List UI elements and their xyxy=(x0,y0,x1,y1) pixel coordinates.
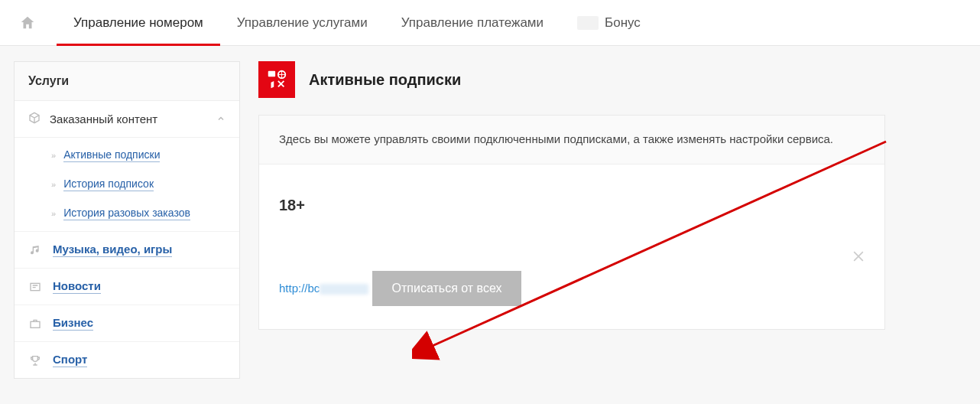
chevron-up-icon xyxy=(216,112,226,125)
svg-rect-2 xyxy=(268,71,275,77)
top-nav: Управление номером Управление услугами У… xyxy=(0,0,980,46)
link-prefix: http://bc xyxy=(279,282,320,295)
link-blurred-part xyxy=(320,284,368,295)
link-news[interactable]: Новости xyxy=(53,279,101,294)
unsubscribe-all-button[interactable]: Отписаться от всех xyxy=(372,271,522,306)
sidebar-cat-sport[interactable]: Спорт xyxy=(15,341,239,378)
arrow-right-icon: » xyxy=(51,151,56,160)
sidebar-sublinks: » Активные подписки » История подписок »… xyxy=(15,138,239,231)
link-active-subscriptions[interactable]: Активные подписки xyxy=(63,148,160,162)
bonus-logo xyxy=(577,16,599,30)
sidebar-cat-business[interactable]: Бизнес xyxy=(15,305,239,341)
link-business[interactable]: Бизнес xyxy=(53,316,93,331)
subscription-item-link[interactable]: http://bc xyxy=(279,282,372,295)
link-history-single-orders[interactable]: История разовых заказов xyxy=(63,207,190,220)
tab-manage-payments[interactable]: Управление платежами xyxy=(385,0,560,46)
briefcase-icon xyxy=(28,318,42,330)
sidebar-item-active-subscriptions[interactable]: » Активные подписки xyxy=(15,141,239,170)
sidebar-section-label: Заказанный контент xyxy=(50,112,157,125)
tab-bonus-label: Бонус xyxy=(605,0,641,46)
subscriptions-panel: Здесь вы можете управлять своими подключ… xyxy=(258,115,885,330)
tab-manage-number[interactable]: Управление номером xyxy=(57,0,220,46)
sidebar: Услуги Заказанный контент » Активные под… xyxy=(14,61,240,379)
sidebar-cat-news[interactable]: Новости xyxy=(15,268,239,305)
cube-icon xyxy=(28,112,41,126)
panel-info-text: Здесь вы можете управлять своими подключ… xyxy=(259,116,884,165)
sidebar-header: Услуги xyxy=(15,62,239,101)
music-note-icon xyxy=(28,244,42,256)
page-icon xyxy=(258,61,295,98)
link-media[interactable]: Музыка, видео, игры xyxy=(53,243,172,257)
home-icon[interactable] xyxy=(17,12,38,34)
main-content: Активные подписки Здесь вы можете управл… xyxy=(258,61,885,330)
tab-bonus[interactable]: Бонус xyxy=(560,0,657,46)
annotation-arrow xyxy=(412,134,901,363)
sidebar-cat-media[interactable]: Музыка, видео, игры xyxy=(15,231,239,268)
close-icon[interactable] xyxy=(851,249,866,269)
arrow-right-icon: » xyxy=(51,209,56,218)
page-title: Активные подписки xyxy=(309,71,461,89)
sidebar-section-ordered-content[interactable]: Заказанный контент xyxy=(15,101,239,138)
link-sport[interactable]: Спорт xyxy=(53,353,87,367)
sidebar-item-history-subscriptions[interactable]: » История подписок xyxy=(15,170,239,199)
link-history-subscriptions[interactable]: История подписок xyxy=(63,178,154,191)
trophy-icon xyxy=(28,354,42,367)
subscription-item-title: 18+ xyxy=(279,197,865,214)
news-icon xyxy=(28,281,42,293)
sidebar-item-history-single-orders[interactable]: » История разовых заказов xyxy=(15,199,239,228)
arrow-right-icon: » xyxy=(51,180,56,189)
panel-body: 18+ http://bc Отписаться от всех xyxy=(259,165,884,329)
svg-rect-1 xyxy=(31,321,40,327)
tab-manage-services[interactable]: Управление услугами xyxy=(220,0,385,46)
page-header: Активные подписки xyxy=(258,61,885,98)
svg-line-5 xyxy=(427,142,886,348)
